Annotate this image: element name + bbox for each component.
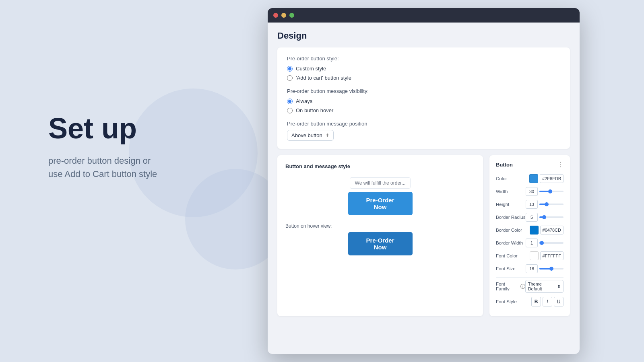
width-label: Width bbox=[496, 189, 508, 194]
settings-menu-icon[interactable]: ⋮ bbox=[557, 161, 564, 169]
maximize-dot[interactable] bbox=[289, 13, 294, 18]
design-card: Pre-order button style: Custom style 'Ad… bbox=[277, 47, 570, 149]
radio-on-hover[interactable]: On button hover bbox=[287, 107, 560, 113]
preorder-button[interactable]: Pre-Order Now bbox=[348, 192, 413, 215]
font-style-label: Font Style bbox=[496, 299, 517, 304]
border-radius-control: 5 bbox=[526, 213, 564, 222]
hero-description: pre-order button design oruse Add to Car… bbox=[48, 154, 250, 181]
hover-preview: Pre-Order Now bbox=[285, 232, 475, 255]
font-size-value: 18 bbox=[526, 264, 538, 273]
underline-button[interactable]: U bbox=[554, 297, 564, 306]
color-swatch[interactable] bbox=[529, 174, 538, 183]
position-select[interactable]: Above button ⬍ bbox=[287, 130, 334, 141]
height-value: 13 bbox=[526, 200, 538, 209]
font-family-arrow: ⬍ bbox=[557, 284, 561, 289]
font-size-control: 18 bbox=[526, 264, 564, 273]
font-style-row: Font Style B I U bbox=[496, 297, 564, 306]
width-slider[interactable] bbox=[539, 191, 564, 192]
preview-area: We will fulfill the order... Pre-Order N… bbox=[285, 177, 475, 215]
color-label: Color bbox=[496, 176, 507, 181]
settings-card: Button ⋮ Color #2F8FDB Width 30 bbox=[489, 155, 570, 316]
position-value: Above button bbox=[291, 132, 322, 138]
font-size-slider[interactable] bbox=[539, 268, 564, 269]
radio-atc-style-input[interactable] bbox=[287, 75, 293, 81]
bold-button[interactable]: B bbox=[531, 297, 541, 306]
font-color-label: Font Color bbox=[496, 253, 518, 258]
border-width-slider[interactable] bbox=[539, 242, 564, 244]
preview-card: Button and message style We will fulfill… bbox=[277, 155, 483, 316]
settings-title: Button bbox=[496, 162, 513, 168]
height-slider[interactable] bbox=[539, 204, 564, 205]
font-family-select[interactable]: Theme Default ⬍ bbox=[525, 280, 564, 293]
page-title: Design bbox=[277, 31, 570, 41]
button-style-label: Pre-order button style: bbox=[287, 56, 560, 62]
preview-card-title: Button and message style bbox=[285, 163, 475, 169]
settings-header: Button ⋮ bbox=[496, 161, 564, 169]
border-width-label: Border Width bbox=[496, 241, 523, 245]
hero-heading: Set up bbox=[48, 113, 250, 144]
font-style-buttons: B I U bbox=[531, 297, 564, 306]
font-size-label: Font Size bbox=[496, 266, 516, 271]
width-control: 30 bbox=[526, 187, 564, 196]
color-control: #2F8FDB bbox=[529, 174, 564, 183]
radio-on-hover-label: On button hover bbox=[296, 107, 333, 113]
border-color-label: Border Color bbox=[496, 228, 522, 232]
divider bbox=[496, 277, 564, 278]
radio-always-input[interactable] bbox=[287, 99, 293, 104]
width-row: Width 30 bbox=[496, 187, 564, 196]
main-window: Design Pre-order button style: Custom st… bbox=[268, 8, 580, 354]
border-color-row: Border Color #0478CD bbox=[496, 226, 564, 234]
border-radius-value: 5 bbox=[526, 213, 538, 222]
border-width-value: 1 bbox=[526, 239, 538, 247]
border-radius-label: Border Radius bbox=[496, 215, 526, 220]
bottom-section: Button and message style We will fulfill… bbox=[277, 155, 570, 316]
radio-always-label: Always bbox=[296, 98, 312, 104]
border-radius-row: Border Radius 5 bbox=[496, 213, 564, 222]
width-value: 30 bbox=[526, 187, 538, 196]
border-color-control: #0478CD bbox=[530, 226, 564, 234]
border-color-swatch[interactable] bbox=[530, 226, 539, 234]
radio-atc-style-label: 'Add to cart' button style bbox=[296, 75, 351, 81]
position-select-arrow: ⬍ bbox=[326, 133, 329, 138]
italic-button[interactable]: I bbox=[543, 297, 552, 306]
height-row: Height 13 bbox=[496, 200, 564, 209]
hover-section-label: Button on hover view: bbox=[285, 223, 475, 229]
color-hex[interactable]: #2F8FDB bbox=[540, 174, 564, 183]
font-color-row: Font Color #FFFFFF bbox=[496, 251, 564, 260]
titlebar bbox=[268, 8, 580, 23]
color-row: Color #2F8FDB bbox=[496, 174, 564, 183]
minimize-dot[interactable] bbox=[281, 13, 286, 18]
font-size-row: Font Size 18 bbox=[496, 264, 564, 273]
radio-custom-style-label: Custom style bbox=[296, 66, 326, 72]
close-dot[interactable] bbox=[273, 13, 278, 18]
radio-on-hover-input[interactable] bbox=[287, 108, 293, 113]
font-family-row: Font Family i Theme Default ⬍ bbox=[496, 280, 564, 293]
height-control: 13 bbox=[526, 200, 564, 209]
visibility-radio-group: Always On button hover bbox=[287, 98, 560, 113]
window-content: Design Pre-order button style: Custom st… bbox=[268, 23, 580, 354]
radio-atc-style[interactable]: 'Add to cart' button style bbox=[287, 75, 560, 81]
border-radius-slider[interactable] bbox=[539, 216, 564, 218]
position-label: Pre-order button message position bbox=[287, 121, 560, 127]
preview-message-text: We will fulfill the order... bbox=[350, 177, 411, 189]
radio-always[interactable]: Always bbox=[287, 98, 560, 104]
button-style-radio-group: Custom style 'Add to cart' button style bbox=[287, 66, 560, 81]
visibility-label: Pre-order button message visibility: bbox=[287, 88, 560, 94]
font-color-hex[interactable]: #FFFFFF bbox=[540, 251, 564, 260]
font-family-info-icon[interactable]: i bbox=[520, 284, 525, 289]
font-family-label: Font Family i bbox=[496, 282, 525, 291]
radio-custom-style[interactable]: Custom style bbox=[287, 66, 560, 72]
preorder-button-hover[interactable]: Pre-Order Now bbox=[348, 232, 413, 255]
radio-custom-style-input[interactable] bbox=[287, 66, 293, 72]
left-panel: Set up pre-order button design oruse Add… bbox=[48, 113, 250, 181]
font-family-value: Theme Default bbox=[528, 282, 555, 291]
border-width-row: Border Width 1 bbox=[496, 239, 564, 247]
font-color-swatch[interactable] bbox=[530, 251, 539, 260]
height-label: Height bbox=[496, 202, 509, 207]
border-width-control: 1 bbox=[526, 239, 564, 247]
border-color-hex[interactable]: #0478CD bbox=[540, 226, 564, 234]
font-color-control: #FFFFFF bbox=[530, 251, 564, 260]
